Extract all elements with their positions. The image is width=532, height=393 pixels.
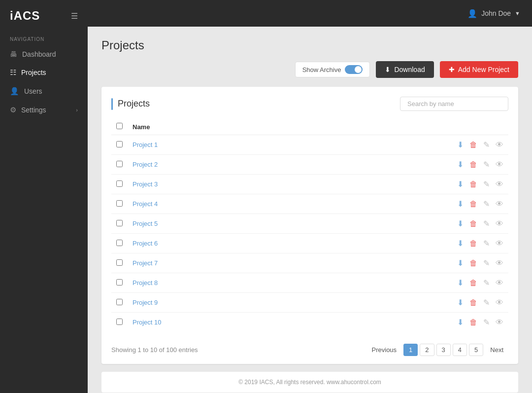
row-checkbox-3[interactable] [116,180,123,187]
project-link-8[interactable]: Project 8 [133,279,158,286]
add-new-project-button[interactable]: ✚ Add New Project [440,61,518,78]
project-link-10[interactable]: Project 10 [133,319,162,326]
row-delete-icon-10[interactable]: 🗑 [469,318,477,327]
row-download-icon-4[interactable]: ⬇ [457,199,464,209]
row-delete-icon-5[interactable]: 🗑 [469,219,477,228]
row-delete-icon-8[interactable]: 🗑 [469,279,477,287]
prev-page-button[interactable]: Previous [367,344,402,356]
row-delete-icon-6[interactable]: 🗑 [469,239,477,248]
row-actions-cell-9: ⬇ 🗑 ✎ 👁 [430,293,508,313]
row-edit-icon-3[interactable]: ✎ [483,179,490,189]
card-title-wrap: Projects [111,98,150,110]
select-all-checkbox[interactable] [116,123,123,129]
sidebar-item-projects[interactable]: ☷ Projects [0,63,88,82]
header-checkbox-cell [111,119,128,135]
chevron-right-icon: › [76,107,78,113]
row-view-icon-9[interactable]: 👁 [496,298,503,307]
row-edit-icon-6[interactable]: ✎ [483,239,490,248]
row-view-icon-1[interactable]: 👁 [496,141,503,149]
row-checkbox-10[interactable] [116,319,123,325]
row-download-icon-1[interactable]: ⬇ [457,140,464,149]
row-delete-icon-4[interactable]: 🗑 [469,200,477,209]
page-1-button[interactable]: 1 [403,344,418,356]
row-download-icon-2[interactable]: ⬇ [457,160,464,169]
row-checkbox-8[interactable] [116,279,123,286]
row-download-icon-10[interactable]: ⬇ [457,318,464,327]
row-delete-icon-7[interactable]: 🗑 [469,259,477,268]
sidebar-item-settings[interactable]: ⚙ Settings › [0,101,88,119]
row-checkbox-cell [111,234,128,253]
row-actions-8: ⬇ 🗑 ✎ 👁 [434,278,503,287]
row-view-icon-8[interactable]: 👁 [496,279,503,287]
row-edit-icon-9[interactable]: ✎ [483,298,490,307]
row-edit-icon-2[interactable]: ✎ [483,160,490,169]
project-link-4[interactable]: Project 4 [133,200,158,208]
row-download-icon-6[interactable]: ⬇ [457,239,464,248]
row-checkbox-2[interactable] [116,161,123,167]
row-edit-icon-10[interactable]: ✎ [483,318,490,327]
row-actions-cell-2: ⬇ 🗑 ✎ 👁 [430,155,508,175]
row-delete-icon-9[interactable]: 🗑 [469,298,477,307]
project-link-1[interactable]: Project 1 [133,141,158,148]
row-checkbox-5[interactable] [116,220,123,226]
next-page-button[interactable]: Next [485,344,508,356]
row-download-icon-8[interactable]: ⬇ [457,278,464,287]
page-2-button[interactable]: 2 [420,344,434,356]
row-download-icon-5[interactable]: ⬇ [457,219,464,228]
page-5-button[interactable]: 5 [469,344,483,356]
row-checkbox-1[interactable] [116,141,123,147]
row-download-icon-7[interactable]: ⬇ [457,258,464,268]
sidebar-logo: iACS ☰ [0,0,88,30]
download-button[interactable]: ⬇ Download [376,61,433,78]
row-actions-7: ⬇ 🗑 ✎ 👁 [434,258,503,268]
row-download-icon-3[interactable]: ⬇ [457,179,464,189]
main-content: 👤 John Doe ▼ Projects Show Archive ⬇ Dow… [88,0,532,393]
search-input[interactable] [400,97,508,111]
project-link-9[interactable]: Project 9 [133,299,158,306]
row-edit-icon-8[interactable]: ✎ [483,278,490,287]
row-delete-icon-1[interactable]: 🗑 [469,141,477,149]
row-name-4: Project 4 [128,194,430,214]
row-view-icon-5[interactable]: 👁 [496,219,503,228]
user-avatar-icon: 👤 [467,9,477,18]
project-link-7[interactable]: Project 7 [133,259,158,267]
page-4-button[interactable]: 4 [453,344,467,356]
sidebar-item-users[interactable]: 👤 Users [0,82,88,101]
hamburger-icon[interactable]: ☰ [71,11,78,21]
row-checkbox-6[interactable] [116,240,123,246]
projects-table: Name Project 1 ⬇ 🗑 ✎ 👁 [111,119,508,332]
row-view-icon-3[interactable]: 👁 [496,180,503,189]
row-view-icon-7[interactable]: 👁 [496,259,503,268]
row-edit-icon-4[interactable]: ✎ [483,199,490,209]
footer-text: © 2019 IACS, All rights reserved. www.ah… [238,379,381,386]
row-edit-icon-1[interactable]: ✎ [483,140,490,149]
row-actions-6: ⬇ 🗑 ✎ 👁 [434,239,503,248]
page-3-button[interactable]: 3 [436,344,451,356]
sidebar: iACS ☰ NAVIGATION 🖶 Dashboard ☷ Projects… [0,0,88,393]
project-link-2[interactable]: Project 2 [133,161,158,168]
show-archive-toggle[interactable] [345,65,363,74]
row-name-7: Project 7 [128,253,430,273]
toolbar: Show Archive ⬇ Download ✚ Add New Projec… [101,61,518,78]
project-link-6[interactable]: Project 6 [133,240,158,247]
project-link-3[interactable]: Project 3 [133,180,158,188]
row-view-icon-2[interactable]: 👁 [496,160,503,169]
project-link-5[interactable]: Project 5 [133,220,158,227]
row-checkbox-7[interactable] [116,259,123,266]
row-view-icon-4[interactable]: 👁 [496,200,503,209]
row-download-icon-9[interactable]: ⬇ [457,298,464,307]
row-edit-icon-7[interactable]: ✎ [483,258,490,268]
row-view-icon-10[interactable]: 👁 [496,318,503,327]
sidebar-item-label-users: Users [24,87,42,95]
row-view-icon-6[interactable]: 👁 [496,239,503,248]
sidebar-item-dashboard[interactable]: 🖶 Dashboard [0,45,88,63]
row-edit-icon-5[interactable]: ✎ [483,219,490,228]
row-checkbox-cell [111,175,128,194]
row-checkbox-9[interactable] [116,299,123,305]
row-delete-icon-2[interactable]: 🗑 [469,160,477,169]
user-menu[interactable]: 👤 John Doe ▼ [467,9,520,18]
row-delete-icon-3[interactable]: 🗑 [469,180,477,189]
row-checkbox-4[interactable] [116,200,123,207]
table-row: Project 3 ⬇ 🗑 ✎ 👁 [111,175,508,194]
row-name-6: Project 6 [128,234,430,253]
